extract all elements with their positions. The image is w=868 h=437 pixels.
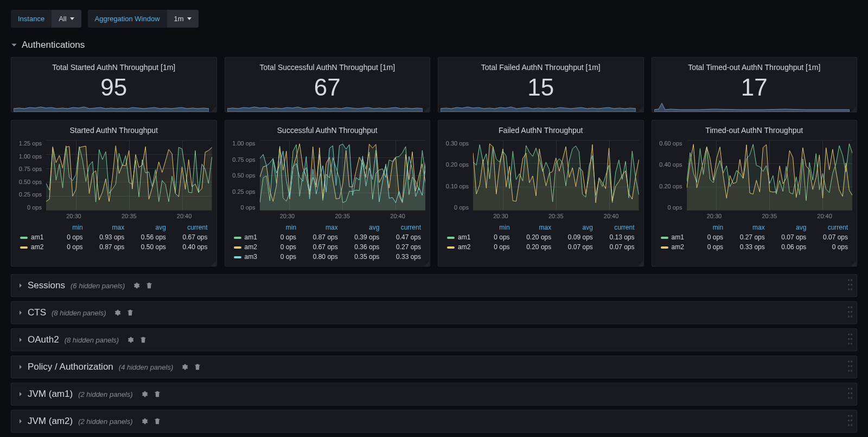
svg-point-24 <box>848 388 850 389</box>
legend-header[interactable] <box>444 223 483 232</box>
legend-header[interactable] <box>17 223 56 232</box>
resize-handle-icon[interactable] <box>851 260 856 265</box>
gear-icon[interactable] <box>181 363 188 371</box>
stat-panel[interactable]: Total Timed-out AuthN Throughput [1m] 17 <box>652 57 858 112</box>
resize-handle-icon[interactable] <box>210 260 216 265</box>
gear-icon[interactable] <box>132 282 140 289</box>
resize-handle-icon[interactable] <box>424 260 429 265</box>
resize-handle-icon[interactable] <box>210 106 216 111</box>
graph-body: 0.60 ops0.40 ops0.20 ops0 ops 20:3020:35… <box>652 137 857 219</box>
graph-panel[interactable]: Timed-out AuthN Throughput 0.60 ops0.40 … <box>652 120 858 267</box>
legend-swatch <box>234 256 241 258</box>
legend-header[interactable]: min <box>56 223 86 232</box>
resize-handle-icon[interactable] <box>637 260 643 265</box>
drag-handle-icon[interactable] <box>847 278 853 293</box>
row-title: JVM (am2) <box>28 416 73 427</box>
trash-icon[interactable] <box>145 282 153 289</box>
legend-row[interactable]: am3 0 ops0.80 ops0.35 ops0.33 ops <box>231 252 425 262</box>
legend-row[interactable]: am1 0 ops0.93 ops0.56 ops0.67 ops <box>17 232 211 242</box>
stat-panel[interactable]: Total Successful AuthN Throughput [1m] 6… <box>225 57 431 112</box>
legend-header[interactable]: current <box>809 223 851 232</box>
legend-row[interactable]: am1 0 ops0.27 ops0.07 ops0.07 ops <box>658 232 852 242</box>
stat-panel[interactable]: Total Failed AuthN Throughput [1m] 15 <box>438 57 644 112</box>
graph-body: 1.00 ops0.75 ops0.50 ops0.25 ops0 ops 20… <box>225 137 430 219</box>
collapsed-row[interactable]: Sessions (6 hidden panels) <box>11 274 857 297</box>
legend-row[interactable]: am2 0 ops0.87 ops0.50 ops0.40 ops <box>17 242 211 252</box>
legend-row[interactable]: am2 0 ops0.33 ops0.06 ops0 ops <box>658 242 852 252</box>
row-header-authentications[interactable]: Authentications <box>11 37 857 57</box>
legend-header[interactable]: max <box>86 223 128 232</box>
legend-header[interactable] <box>658 223 697 232</box>
legend-header[interactable]: max <box>513 223 555 232</box>
trash-icon[interactable] <box>139 336 147 344</box>
legend-row[interactable]: am2 0 ops0.67 ops0.36 ops0.27 ops <box>231 242 425 252</box>
trash-icon[interactable] <box>194 363 201 371</box>
collapsed-row[interactable]: JVM (am1) (2 hidden panels) <box>11 383 857 406</box>
plot-area[interactable] <box>687 140 853 211</box>
legend-cell: 0.39 ops <box>341 232 383 242</box>
drag-handle-icon[interactable] <box>847 387 853 402</box>
drag-handle-icon[interactable] <box>847 306 853 320</box>
gear-icon[interactable] <box>113 309 121 316</box>
aggregation-filter-value: 1m <box>174 15 184 23</box>
svg-point-19 <box>851 360 852 362</box>
aggregation-filter: Aggregation Window 1m <box>88 10 199 28</box>
legend-header[interactable]: avg <box>341 223 383 232</box>
legend-header[interactable]: current <box>596 223 638 232</box>
trash-icon[interactable] <box>126 309 134 316</box>
legend-row[interactable]: am1 0 ops0.87 ops0.39 ops0.47 ops <box>231 232 425 242</box>
y-tick-label: 0 ops <box>654 204 682 211</box>
legend-header[interactable]: current <box>169 223 211 232</box>
stat-value: 67 <box>225 74 430 99</box>
plot-area[interactable] <box>46 140 212 211</box>
drag-handle-icon[interactable] <box>847 333 853 347</box>
sparkline <box>652 100 857 112</box>
trash-icon[interactable] <box>154 390 161 398</box>
legend-header[interactable]: min <box>270 223 300 232</box>
x-tick-label: 20:30 <box>66 213 81 219</box>
x-tick-label: 20:40 <box>604 213 619 219</box>
resize-handle-icon[interactable] <box>637 106 643 111</box>
legend-header[interactable]: max <box>299 223 341 232</box>
y-tick-label: 0.20 ops <box>654 183 682 189</box>
legend-header[interactable]: avg <box>127 223 169 232</box>
gear-icon[interactable] <box>141 417 148 425</box>
aggregation-filter-dropdown[interactable]: 1m <box>167 10 199 28</box>
legend-header[interactable]: avg <box>554 223 596 232</box>
legend-header[interactable]: max <box>726 223 768 232</box>
legend-cell: 0 ops <box>270 232 300 242</box>
legend-cell: 0.27 ops <box>726 232 768 242</box>
legend-header[interactable]: min <box>697 223 727 232</box>
legend: minmaxavgcurrent am1 0 ops0.87 ops0.39 o… <box>225 219 430 266</box>
resize-handle-icon[interactable] <box>424 106 429 111</box>
legend-cell: 0.67 ops <box>169 232 211 242</box>
collapsed-row[interactable]: OAuth2 (8 hidden panels) <box>11 328 857 351</box>
graph-panel[interactable]: Failed AuthN Throughput 0.30 ops0.20 ops… <box>438 120 644 267</box>
graph-panel[interactable]: Successful AuthN Throughput 1.00 ops0.75… <box>225 120 431 267</box>
gear-icon[interactable] <box>141 390 148 398</box>
legend-header[interactable]: current <box>382 223 424 232</box>
instance-filter-dropdown[interactable]: All <box>52 10 81 28</box>
plot-area[interactable] <box>473 140 639 211</box>
legend-header[interactable]: avg <box>768 223 810 232</box>
svg-point-32 <box>848 420 850 421</box>
drag-handle-icon[interactable] <box>847 360 853 375</box>
gear-icon[interactable] <box>126 336 134 344</box>
plot-area[interactable] <box>260 140 426 211</box>
graph-panel[interactable]: Started AuthN Throughput 1.25 ops1.00 op… <box>11 120 217 267</box>
legend-row[interactable]: am1 0 ops0.20 ops0.09 ops0.13 ops <box>444 232 638 242</box>
collapsed-row[interactable]: CTS (8 hidden panels) <box>11 301 857 324</box>
stat-panel[interactable]: Total Started AuthN Throughput [1m] 95 <box>11 57 217 112</box>
trash-icon[interactable] <box>154 417 161 425</box>
row-title: JVM (am1) <box>28 389 73 400</box>
legend-swatch <box>20 237 28 239</box>
svg-point-6 <box>848 306 850 308</box>
resize-handle-icon[interactable] <box>851 106 856 111</box>
legend-header[interactable]: min <box>483 223 513 232</box>
collapsed-row[interactable]: JVM (am2) (2 hidden panels) <box>11 410 857 433</box>
collapsed-row[interactable]: Policy / Authorization (4 hidden panels) <box>11 356 857 378</box>
legend-cell: 0 ops <box>270 242 300 252</box>
legend-header[interactable] <box>231 223 270 232</box>
drag-handle-icon[interactable] <box>847 414 853 429</box>
legend-row[interactable]: am2 0 ops0.20 ops0.07 ops0.07 ops <box>444 242 638 252</box>
